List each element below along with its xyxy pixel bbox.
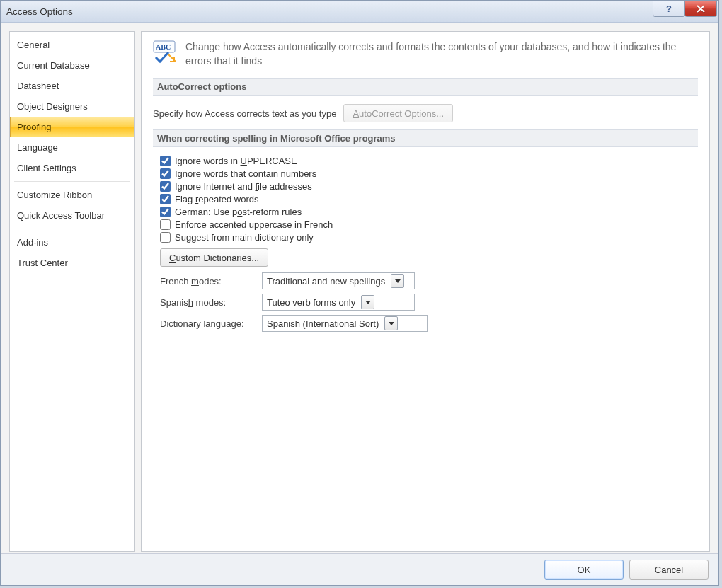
spanish-modes-label: Spanish modes: [160, 297, 262, 308]
dictionary-language-label: Dictionary language: [160, 318, 262, 329]
sidebar-item-proofing[interactable]: Proofing [10, 117, 134, 137]
titlebar: Access Options ? [1, 1, 718, 23]
custom-dictionaries-button[interactable]: Custom Dictionaries... [160, 248, 268, 267]
sidebar-item-quick-access-toolbar[interactable]: Quick Access Toolbar [10, 205, 134, 226]
sidebar-item-language[interactable]: Language [10, 137, 134, 158]
spelling-option-label: Ignore Internet and file addresses [175, 181, 312, 192]
proofing-icon: ABC [153, 40, 178, 64]
sidebar-item-datasheet[interactable]: Datasheet [10, 76, 134, 96]
sidebar-item-label: Current Database [17, 60, 90, 71]
spelling-option-checkbox-1[interactable] [160, 168, 171, 179]
sidebar-item-label: Quick Access Toolbar [17, 210, 105, 221]
help-icon: ? [666, 4, 672, 14]
sidebar-item-label: Object Designers [17, 101, 88, 112]
spelling-option-checkbox-3[interactable] [160, 194, 171, 204]
sidebar-separator [14, 229, 130, 229]
autocorrect-label: Specify how Access corrects text as you … [153, 108, 336, 119]
spelling-option-label: Enforce accented uppercase in French [175, 219, 333, 230]
autocorrect-options-button[interactable]: AutoCorrect Options... [343, 104, 453, 122]
spelling-option-checkbox-6[interactable] [160, 232, 171, 243]
spelling-option-checkbox-5[interactable] [160, 219, 171, 230]
french-modes-select[interactable]: Traditional and new spellings [262, 272, 415, 289]
section-autocorrect: AutoCorrect options [153, 78, 698, 96]
spelling-option-row: Flag repeated words [160, 194, 698, 204]
ok-button-label: OK [578, 565, 591, 575]
spelling-option-row: Ignore words that contain numbers [160, 168, 698, 179]
spelling-option-row: Ignore Internet and file addresses [160, 181, 698, 192]
access-options-dialog: Access Options ? GeneralCurrent Database… [0, 0, 719, 586]
chevron-down-icon [384, 316, 398, 330]
sidebar-item-label: General [17, 40, 50, 50]
spelling-option-checkbox-2[interactable] [160, 181, 171, 192]
sidebar-item-add-ins[interactable]: Add-ins [10, 232, 134, 253]
close-button[interactable] [684, 1, 717, 17]
sidebar-item-label: Datasheet [17, 81, 59, 91]
help-button[interactable]: ? [653, 1, 685, 17]
spelling-option-checkbox-4[interactable] [160, 207, 171, 217]
autocorrect-options-button-label: AutoCorrect Options... [353, 108, 444, 119]
spelling-option-label: Flag repeated words [175, 194, 259, 204]
sidebar-item-label: Customize Ribbon [17, 190, 92, 200]
spelling-option-label: Ignore words in UPPERCASE [175, 156, 297, 166]
dialog-footer: OK Cancel [1, 553, 718, 585]
sidebar-separator [14, 181, 130, 182]
cancel-button[interactable]: Cancel [629, 560, 709, 580]
sidebar-item-object-designers[interactable]: Object Designers [10, 96, 134, 117]
sidebar-item-label: Proofing [17, 122, 51, 132]
svg-text:ABC: ABC [156, 43, 171, 51]
spelling-option-row: Ignore words in UPPERCASE [160, 156, 698, 166]
sidebar-item-label: Add-ins [17, 237, 48, 248]
close-icon [697, 5, 705, 13]
dictionary-language-select[interactable]: Spanish (International Sort) [262, 315, 428, 332]
ok-button[interactable]: OK [544, 560, 624, 580]
sidebar-item-label: Client Settings [17, 163, 76, 173]
cancel-button-label: Cancel [655, 565, 683, 575]
chevron-down-icon [361, 295, 374, 309]
main-panel: ABC Change how Access automatically corr… [141, 31, 710, 552]
spelling-option-label: Suggest from main dictionary only [175, 232, 314, 243]
page-description: Change how Access automatically corrects… [185, 40, 698, 68]
spelling-option-row: German: Use post-reform rules [160, 207, 698, 217]
spelling-option-row: Suggest from main dictionary only [160, 232, 698, 243]
french-modes-value: Traditional and new spellings [267, 276, 385, 287]
section-spelling: When correcting spelling in Microsoft Of… [153, 129, 698, 147]
custom-dictionaries-button-label: Custom Dictionaries... [169, 253, 259, 263]
spelling-option-row: Enforce accented uppercase in French [160, 219, 698, 230]
sidebar-item-label: Language [17, 142, 58, 153]
french-modes-label: French modes: [160, 276, 262, 287]
spanish-modes-select[interactable]: Tuteo verb forms only [262, 294, 415, 311]
sidebar-item-label: Trust Center [17, 258, 68, 268]
spelling-option-label: Ignore words that contain numbers [175, 168, 316, 179]
sidebar-item-client-settings[interactable]: Client Settings [10, 158, 134, 178]
category-sidebar: GeneralCurrent DatabaseDatasheetObject D… [9, 31, 135, 552]
dictionary-language-value: Spanish (International Sort) [267, 318, 379, 329]
sidebar-item-trust-center[interactable]: Trust Center [10, 253, 134, 273]
chevron-down-icon [391, 274, 404, 288]
sidebar-item-customize-ribbon[interactable]: Customize Ribbon [10, 185, 134, 205]
window-title: Access Options [6, 6, 73, 17]
spelling-option-checkbox-0[interactable] [160, 156, 171, 166]
sidebar-item-general[interactable]: General [10, 35, 134, 55]
sidebar-item-current-database[interactable]: Current Database [10, 55, 134, 76]
spelling-option-label: German: Use post-reform rules [175, 207, 302, 217]
spanish-modes-value: Tuteo verb forms only [267, 297, 355, 308]
